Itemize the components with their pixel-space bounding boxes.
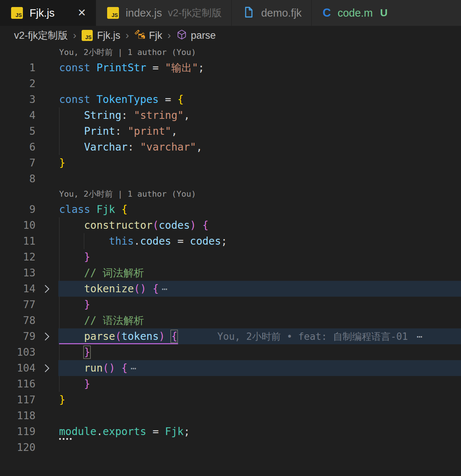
token: Fjk bbox=[165, 425, 184, 438]
token: dule bbox=[72, 425, 96, 438]
folded-ellipsis[interactable]: ⋯ bbox=[162, 283, 167, 294]
codelens-blame-text[interactable]: You, 2小时前 | 1 author (You) bbox=[0, 187, 196, 201]
breadcrumb-item-fjk[interactable]: Fjk bbox=[134, 29, 162, 42]
breadcrumb-label: Fjk bbox=[149, 30, 162, 41]
gutter: 103 bbox=[0, 344, 58, 360]
token bbox=[115, 362, 122, 374]
token: = bbox=[146, 62, 165, 74]
token: PrintStr bbox=[96, 62, 146, 74]
code-content bbox=[58, 171, 461, 187]
gutter: 10 bbox=[0, 217, 58, 233]
fold-gutter bbox=[35, 344, 58, 360]
line-11: 11 this.codes = codes; bbox=[0, 233, 461, 249]
gutter: 118 bbox=[0, 408, 58, 424]
line-number: 79 bbox=[0, 328, 35, 344]
fold-gutter bbox=[35, 107, 58, 123]
indent-guide bbox=[59, 344, 59, 360]
token: ) bbox=[159, 330, 165, 342]
tab-fjk-js[interactable]: JSFjk.js✕ bbox=[0, 0, 96, 26]
tab-index-js[interactable]: JSindex.jsv2-fjk定制版 bbox=[96, 0, 232, 26]
token: parse bbox=[84, 330, 115, 342]
token: "输出" bbox=[165, 62, 198, 74]
code-content: // 语法解析 bbox=[58, 313, 461, 328]
token: run bbox=[84, 362, 103, 374]
breadcrumb-item-fjkjs[interactable]: JSFjk.js bbox=[82, 30, 120, 41]
token: } bbox=[59, 394, 65, 406]
token: ; bbox=[221, 235, 227, 247]
fold-gutter bbox=[35, 92, 58, 107]
fold-gutter bbox=[35, 217, 58, 233]
token bbox=[59, 141, 84, 153]
chevron-right-icon[interactable] bbox=[35, 328, 58, 344]
fold-gutter bbox=[35, 408, 58, 424]
gutter: 14 bbox=[0, 281, 58, 297]
fold-gutter bbox=[35, 60, 58, 76]
line-number: 103 bbox=[0, 344, 35, 360]
code-content bbox=[58, 76, 461, 92]
indent-guide bbox=[59, 297, 59, 313]
token: . bbox=[96, 425, 103, 438]
code-editor[interactable]: You, 2小时前 | 1 author (You)1const PrintSt… bbox=[0, 45, 461, 455]
token: Print bbox=[84, 125, 115, 137]
token: , bbox=[171, 125, 177, 137]
gutter: 2 bbox=[0, 76, 58, 92]
chevron-right-icon[interactable] bbox=[35, 281, 58, 297]
line-9: 9class Fjk { bbox=[0, 201, 461, 217]
line-number: 8 bbox=[0, 171, 35, 187]
codelens-blame-text[interactable]: You, 2小时前 | 1 author (You) bbox=[0, 45, 196, 60]
tab-label: index.js bbox=[126, 7, 162, 19]
code-content: run() {⋯ bbox=[58, 360, 461, 376]
line-120: 120 bbox=[0, 439, 461, 455]
indent-guide bbox=[59, 139, 59, 155]
token: "print" bbox=[127, 125, 171, 137]
token: "string" bbox=[134, 109, 184, 121]
gutter: 117 bbox=[0, 392, 58, 408]
token: codes bbox=[159, 219, 190, 231]
gutter: 4 bbox=[0, 107, 58, 123]
editor-tab-bar: JSFjk.js✕JSindex.jsv2-fjk定制版demo.fjkCcod… bbox=[0, 0, 461, 26]
fold-gutter bbox=[35, 297, 58, 313]
token: = bbox=[171, 235, 190, 247]
token: { bbox=[171, 330, 177, 342]
line-number: 120 bbox=[0, 439, 35, 455]
close-icon[interactable]: ✕ bbox=[78, 8, 86, 18]
line-number: 5 bbox=[0, 123, 35, 139]
chevron-right-icon[interactable] bbox=[35, 360, 58, 376]
fold-gutter bbox=[35, 376, 58, 392]
tab-code-m[interactable]: Ccode.mU bbox=[312, 0, 461, 26]
gutter: 13 bbox=[0, 265, 58, 281]
token bbox=[59, 267, 84, 279]
token: } bbox=[59, 157, 65, 169]
line-116: 116 } bbox=[0, 376, 461, 392]
token bbox=[165, 330, 171, 342]
line-78: 78 // 语法解析 bbox=[0, 313, 461, 328]
code-content: Varchar: "varchar", bbox=[58, 139, 461, 155]
indent-guide bbox=[59, 107, 59, 123]
token bbox=[146, 283, 153, 295]
fold-gutter bbox=[35, 424, 58, 439]
gutter: 116 bbox=[0, 376, 58, 392]
fold-gutter bbox=[35, 313, 58, 328]
token bbox=[59, 125, 84, 137]
tab-label: code.m bbox=[338, 7, 373, 19]
tab-demo-fjk[interactable]: demo.fjk bbox=[232, 0, 312, 26]
folded-ellipsis[interactable]: ⋯ bbox=[417, 331, 422, 342]
token: . bbox=[134, 235, 140, 247]
token: tokens bbox=[122, 330, 159, 342]
code-content: this.codes = codes; bbox=[58, 233, 461, 249]
folded-ellipsis[interactable]: ⋯ bbox=[130, 363, 136, 374]
token: ; bbox=[184, 425, 190, 438]
token: mo bbox=[59, 425, 72, 440]
breadcrumb-item-parse[interactable]: parse bbox=[176, 29, 216, 42]
line-number: 1 bbox=[0, 60, 35, 76]
code-content: const TokenTypes = { bbox=[58, 92, 461, 107]
token bbox=[59, 362, 84, 374]
token bbox=[59, 219, 84, 231]
line-number: 117 bbox=[0, 392, 35, 408]
fold-gutter bbox=[35, 265, 58, 281]
gutter: 7 bbox=[0, 155, 58, 171]
gutter: 9 bbox=[0, 201, 58, 217]
token bbox=[59, 346, 84, 358]
breadcrumb-item-v2fjk[interactable]: v2-fjk定制版 bbox=[14, 29, 68, 42]
code-content bbox=[58, 439, 461, 455]
